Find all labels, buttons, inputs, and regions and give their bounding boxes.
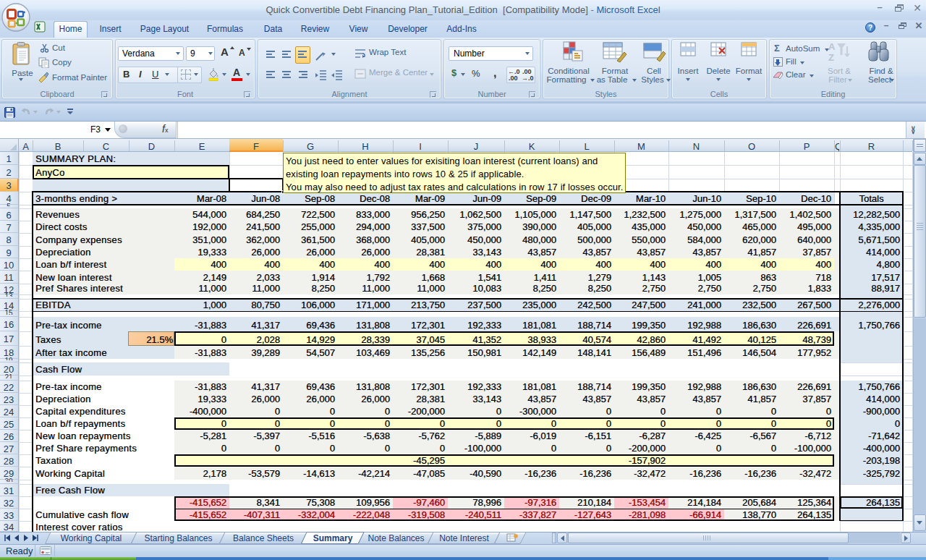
svg-text:A: A xyxy=(828,41,836,52)
svg-text:Z: Z xyxy=(828,52,834,63)
